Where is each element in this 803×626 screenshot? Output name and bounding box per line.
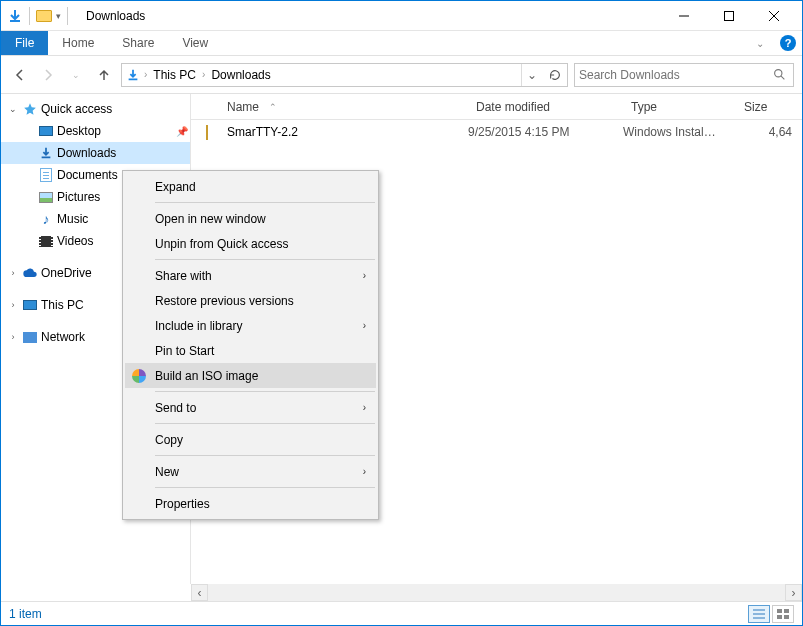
scroll-track[interactable]	[208, 584, 785, 601]
chevron-down-icon[interactable]: ▾	[56, 11, 61, 21]
folder-icon	[36, 10, 52, 22]
svg-rect-3	[784, 609, 789, 613]
ctx-label: Restore previous versions	[155, 294, 294, 308]
ctx-new[interactable]: New›	[125, 459, 376, 484]
search-input[interactable]	[579, 68, 769, 82]
refresh-button[interactable]	[545, 64, 565, 86]
column-size[interactable]: Size	[734, 100, 802, 114]
window-title: Downloads	[86, 9, 145, 23]
chevron-right-icon: ›	[363, 320, 366, 331]
tree-downloads[interactable]: · Downloads	[1, 142, 190, 164]
tab-share[interactable]: Share	[108, 31, 168, 55]
ctx-send-to[interactable]: Send to›	[125, 395, 376, 420]
tab-view[interactable]: View	[168, 31, 222, 55]
ctx-label: Unpin from Quick access	[155, 237, 288, 251]
desktop-icon	[37, 126, 55, 136]
column-date[interactable]: Date modified	[466, 100, 621, 114]
star-icon	[21, 102, 39, 116]
address-bar-row: ⌄ › This PC › Downloads ⌄	[1, 56, 802, 94]
chevron-right-icon[interactable]: ›	[7, 300, 19, 310]
chevron-right-icon[interactable]: ›	[144, 69, 147, 80]
sort-asc-icon: ⌃	[269, 102, 277, 112]
tree-desktop[interactable]: · Desktop 📌	[1, 120, 190, 142]
ctx-unpin[interactable]: Unpin from Quick access	[125, 231, 376, 256]
ctx-pin-start[interactable]: Pin to Start	[125, 338, 376, 363]
breadcrumb-thispc[interactable]: This PC	[151, 68, 198, 82]
ctx-copy[interactable]: Copy	[125, 427, 376, 452]
installer-icon	[206, 125, 208, 140]
minimize-button[interactable]	[661, 2, 706, 30]
search-icon[interactable]	[769, 68, 789, 81]
chevron-right-icon[interactable]: ›	[7, 332, 19, 342]
ctx-label: Include in library	[155, 319, 242, 333]
document-icon	[37, 168, 55, 182]
svg-rect-0	[724, 11, 733, 20]
help-button[interactable]: ?	[774, 31, 802, 55]
chevron-right-icon[interactable]: ›	[202, 69, 205, 80]
chevron-right-icon: ›	[363, 402, 366, 413]
context-menu: Expand Open in new window Unpin from Qui…	[122, 170, 379, 520]
ctx-label: New	[155, 465, 179, 479]
separator	[155, 423, 375, 424]
cloud-icon	[21, 267, 39, 279]
expand-ribbon-button[interactable]: ⌄	[746, 31, 774, 55]
breadcrumb-downloads[interactable]: Downloads	[209, 68, 272, 82]
downloads-icon	[126, 68, 140, 82]
chevron-down-icon[interactable]: ⌄	[7, 104, 19, 114]
ctx-label: Copy	[155, 433, 183, 447]
ctx-include-library[interactable]: Include in library›	[125, 313, 376, 338]
column-type[interactable]: Type	[621, 100, 734, 114]
ctx-restore[interactable]: Restore previous versions	[125, 288, 376, 313]
ctx-label: Open in new window	[155, 212, 266, 226]
scroll-left-button[interactable]: ‹	[191, 584, 208, 601]
chevron-right-icon: ›	[363, 466, 366, 477]
horizontal-scrollbar[interactable]: ‹ ›	[191, 584, 802, 601]
quick-access-toolbar: ▾	[7, 7, 80, 25]
network-icon	[21, 332, 39, 343]
up-button[interactable]	[93, 64, 115, 86]
ctx-share-with[interactable]: Share with›	[125, 263, 376, 288]
scroll-right-button[interactable]: ›	[785, 584, 802, 601]
tree-label: Downloads	[57, 146, 190, 160]
tree-quick-access[interactable]: ⌄ Quick access	[1, 98, 190, 120]
ctx-open-new-window[interactable]: Open in new window	[125, 206, 376, 231]
pin-icon: 📌	[174, 126, 190, 137]
breadcrumb-label: This PC	[153, 68, 196, 82]
column-name[interactable]: Name ⌃	[191, 100, 466, 114]
chevron-right-icon[interactable]: ›	[7, 268, 19, 278]
address-box[interactable]: › This PC › Downloads ⌄	[121, 63, 568, 87]
separator	[155, 259, 375, 260]
tab-file[interactable]: File	[1, 31, 48, 55]
status-count: 1 item	[9, 607, 42, 621]
chevron-right-icon: ›	[363, 270, 366, 281]
maximize-button[interactable]	[706, 2, 751, 30]
ctx-properties[interactable]: Properties	[125, 491, 376, 516]
ctx-label: Pin to Start	[155, 344, 214, 358]
file-type: Windows Installer ...	[613, 125, 726, 139]
address-dropdown-button[interactable]: ⌄	[521, 64, 541, 86]
back-button[interactable]	[9, 64, 31, 86]
details-view-button[interactable]	[748, 605, 770, 623]
ctx-build-iso[interactable]: Build an ISO image	[125, 363, 376, 388]
ctx-label: Build an ISO image	[155, 369, 258, 383]
videos-icon	[37, 236, 55, 247]
close-button[interactable]	[751, 2, 796, 30]
tab-home[interactable]: Home	[48, 31, 108, 55]
iso-icon	[131, 368, 147, 384]
ctx-label: Send to	[155, 401, 196, 415]
separator	[155, 391, 375, 392]
ctx-label: Expand	[155, 180, 196, 194]
forward-button[interactable]	[37, 64, 59, 86]
ctx-label: Properties	[155, 497, 210, 511]
help-icon: ?	[780, 35, 796, 51]
thumbnails-view-button[interactable]	[772, 605, 794, 623]
search-box[interactable]	[574, 63, 794, 87]
ctx-expand[interactable]: Expand	[125, 174, 376, 199]
recent-locations-button[interactable]: ⌄	[65, 64, 87, 86]
svg-rect-2	[777, 609, 782, 613]
separator	[155, 487, 375, 488]
table-row[interactable]: SmarTTY-2.2 9/25/2015 4:15 PM Windows In…	[191, 120, 802, 144]
pc-icon	[21, 300, 39, 310]
column-headers: Name ⌃ Date modified Type Size	[191, 94, 802, 120]
tree-label: Desktop	[57, 124, 172, 138]
